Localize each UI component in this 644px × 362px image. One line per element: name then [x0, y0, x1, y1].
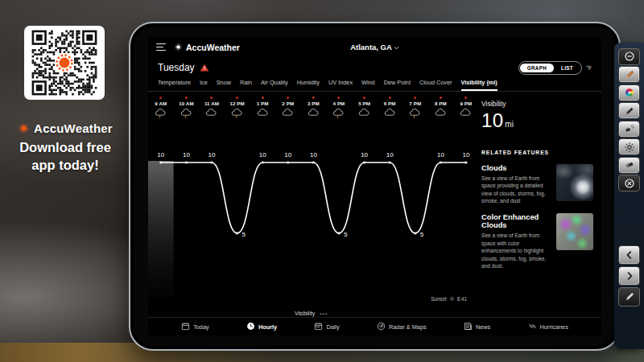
main-content: 9 AM10 AM11 AM12 PM1 PM2 PM3 PM4 PM5 PM6… [148, 92, 601, 317]
hour-column-9-pm: 9 PM [453, 97, 475, 122]
news-icon [464, 319, 473, 334]
nav-item-daily[interactable]: Daily [314, 319, 339, 334]
svg-text:10: 10 [361, 151, 368, 158]
sunset-info: Sunset 8:41 [431, 296, 467, 302]
sunset-label: Sunset [431, 296, 447, 302]
tab-visibility-mi[interactable]: Visibility (mi) [461, 79, 497, 91]
alert-dot-icon [262, 97, 264, 99]
nav-item-hourly[interactable]: Hourly [246, 319, 277, 334]
hour-column-4-pm: 4 PM [326, 97, 352, 122]
accuweather-app-screen: AccuWeather Atlanta, GA Tuesday GRAPH LI… [148, 37, 601, 335]
promo-tagline-1: Download free [0, 140, 130, 155]
hour-column-7-pm: 7 PM [402, 97, 428, 122]
day-row: Tuesday GRAPH LIST °F [148, 57, 601, 76]
svg-text:5: 5 [344, 231, 348, 238]
alert-dot-icon [210, 97, 213, 99]
cloudy-icon [250, 106, 275, 122]
hour-time-label: 9 PM [453, 101, 475, 106]
chevron-left-icon[interactable] [618, 245, 640, 265]
hour-time-label: 7 PM [402, 101, 428, 106]
spray-eraser-icon[interactable] [618, 121, 640, 138]
hour-time-label: 9 AM [148, 101, 174, 106]
tab-rain[interactable]: Rain [240, 79, 252, 91]
svg-text:5: 5 [242, 231, 246, 238]
nav-item-news[interactable]: News [464, 319, 490, 334]
alert-dot-icon [287, 97, 289, 99]
svg-text:10: 10 [284, 151, 291, 158]
tab-uv-index[interactable]: UV Index [328, 79, 353, 91]
tab-temperature[interactable]: Temperature [158, 79, 191, 91]
hour-time-label: 6 PM [377, 101, 402, 106]
alert-dot-icon [337, 97, 340, 99]
related-card-clouds[interactable]: Clouds See a view of Earth from space pr… [481, 164, 593, 204]
more-dots-icon: ••• [320, 311, 328, 316]
calendar-today-icon [181, 319, 190, 334]
alert-dot-icon [236, 97, 238, 99]
alert-dot-icon [414, 97, 416, 99]
tab-cloud-cover[interactable]: Cloud Cover [419, 79, 452, 91]
day-label: Tuesday [158, 62, 195, 73]
tab-air-quality[interactable]: Air Quality [261, 79, 288, 91]
nav-label: Daily [326, 323, 339, 331]
satellite-clouds-thumbnail [556, 164, 593, 201]
marker-icon[interactable] [618, 102, 640, 119]
nav-item-radar-maps[interactable]: Radar & Maps [377, 319, 427, 334]
hour-column-3-pm: 3 PM [301, 97, 327, 122]
promo-brand-label: AccuWeather [34, 121, 113, 135]
brightness-icon[interactable] [618, 138, 640, 155]
pencil-icon[interactable] [618, 66, 640, 83]
nav-label: Today [193, 323, 208, 331]
detail-panel: Visibility 10 mi RELATED FEATURES Clouds… [475, 92, 601, 317]
tab-wind[interactable]: Wind [361, 79, 375, 91]
hour-time-label: 11 AM [199, 101, 225, 106]
cloudy-icon [453, 106, 475, 122]
svg-text:10: 10 [437, 151, 444, 158]
nav-label: Hurricanes [540, 323, 568, 331]
chevron-down-icon [394, 46, 399, 50]
hour-column-1-pm: 1 PM [250, 97, 275, 122]
nav-item-today[interactable]: Today [181, 319, 208, 334]
tab-dew-point[interactable]: Dew Point [384, 79, 411, 91]
related-features-heading: RELATED FEATURES [481, 150, 593, 155]
svg-text:10: 10 [208, 151, 216, 158]
graph-list-toggle: GRAPH LIST [518, 61, 582, 75]
color-wheel-icon[interactable] [618, 84, 640, 101]
thunderstorm-icon [402, 106, 428, 122]
visibility-more-button[interactable]: Visibility••• [148, 311, 475, 316]
tab-ice[interactable]: Ice [200, 79, 208, 91]
toggle-graph-button[interactable]: GRAPH [520, 64, 554, 72]
hour-column-11-am: 11 AM [199, 97, 225, 122]
circle-close-icon[interactable] [618, 175, 640, 191]
hour-time-label: 5 PM [352, 101, 378, 106]
accuweather-sun-icon [18, 122, 30, 134]
related-card-color-enhanced-clouds[interactable]: Color Enhanced Clouds See a view of Eart… [481, 213, 593, 269]
toggle-list-button[interactable]: LIST [554, 64, 580, 72]
nav-item-hurricanes[interactable]: Hurricanes [528, 319, 568, 334]
chevron-right-icon[interactable] [618, 266, 640, 286]
unit-label: °F [586, 65, 592, 71]
current-value-number: 10 [481, 109, 503, 132]
calendar-daily-icon [314, 319, 323, 334]
card-title: Color Enhanced Clouds [481, 213, 551, 229]
thunderstorm-icon [225, 106, 250, 122]
svg-text:5: 5 [420, 231, 424, 238]
tab-humidity[interactable]: Humidity [297, 79, 320, 91]
tab-snow[interactable]: Snow [217, 79, 231, 91]
location-selector[interactable]: Atlanta, GA [148, 43, 601, 51]
hour-column-9-am: 9 AM [148, 97, 174, 122]
eraser-icon[interactable] [618, 157, 640, 174]
svg-text:10: 10 [310, 151, 317, 158]
nav-label: Radar & Maps [389, 323, 427, 331]
promo-brand: AccuWeather [0, 121, 130, 135]
circle-minus-icon[interactable] [618, 48, 640, 65]
app-header: AccuWeather Atlanta, GA [148, 37, 601, 57]
warning-triangle-icon[interactable] [200, 64, 209, 72]
edit-pencil-icon[interactable] [618, 287, 640, 306]
current-value-unit: mi [505, 120, 514, 129]
svg-text:10: 10 [463, 151, 470, 158]
cloudy-icon [301, 106, 327, 122]
hour-column-12-pm: 12 PM [225, 97, 250, 122]
promo-tagline-2: app today! [0, 158, 130, 173]
alert-dot-icon [312, 97, 315, 99]
color-enhanced-clouds-thumbnail [556, 213, 593, 250]
